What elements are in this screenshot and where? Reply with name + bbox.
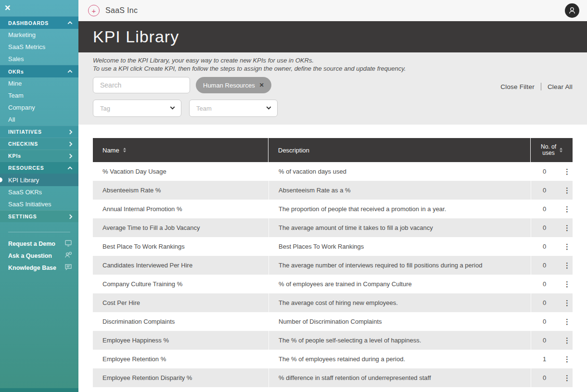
sidebar-item-company[interactable]: Company xyxy=(0,101,78,114)
sidebar-item-label: KPI Library xyxy=(8,177,39,184)
column-header-name[interactable]: Name xyxy=(93,138,268,162)
sidebar-item-label: SaaS Metrics xyxy=(8,43,45,51)
search-input[interactable] xyxy=(93,77,190,93)
sidebar-bottom-strip xyxy=(0,388,78,392)
user-avatar[interactable] xyxy=(565,3,579,18)
chevron-right-icon xyxy=(68,153,73,158)
topbar: + SaaS Inc xyxy=(78,0,587,21)
chevron-down-icon xyxy=(170,104,175,109)
sidebar-section-initiatives[interactable]: INITIATIVES xyxy=(0,126,78,138)
sidebar-item-label: Knowledge Base xyxy=(8,265,56,271)
kebab-menu-icon[interactable]: ⋮ xyxy=(563,318,571,325)
kebab-menu-icon[interactable]: ⋮ xyxy=(563,374,571,381)
kebab-menu-icon[interactable]: ⋮ xyxy=(563,205,571,213)
intro-line-2: To use a KPI click Create KPI, then foll… xyxy=(93,64,573,73)
sidebar-section-checkins[interactable]: CHECKINS xyxy=(0,138,78,150)
kpi-name: Candidates Interviewed Per Hire xyxy=(93,262,268,269)
sidebar-section-okrs[interactable]: OKRs xyxy=(0,65,78,77)
kebab-menu-icon[interactable]: ⋮ xyxy=(563,280,571,288)
filter-chip-human-resources[interactable]: Human Resources ✕ xyxy=(196,77,271,93)
sidebar-item-request-demo[interactable]: Request a Demo xyxy=(0,238,78,250)
sidebar-item-knowledge-base[interactable]: Knowledge Base xyxy=(0,262,78,274)
table-row[interactable]: Employee Happiness % The % of people sel… xyxy=(93,331,573,350)
kpi-description: Number of Discrimination Complaints xyxy=(268,312,531,331)
kpi-name: Employee Retention Disparity % xyxy=(93,374,268,381)
kpi-description: Absenteeism Rate as a % xyxy=(268,181,531,200)
sidebar-section-kpis[interactable]: KPIs xyxy=(0,150,78,162)
table-row[interactable]: Employee Retention % The % of employees … xyxy=(93,350,573,368)
kebab-menu-icon[interactable]: ⋮ xyxy=(563,187,571,194)
filter-panel: Welcome to the KPI Library, your easy wa… xyxy=(78,52,587,125)
sidebar-item-saas-metrics[interactable]: SaaS Metrics xyxy=(0,41,78,53)
sidebar-item-label: Ask a Question xyxy=(8,253,52,259)
column-header-description[interactable]: Description xyxy=(268,138,531,162)
kpi-name: Best Place To Work Rankings xyxy=(93,243,268,250)
dropdown-row: Tag Team xyxy=(93,100,573,117)
sort-icon[interactable] xyxy=(123,148,126,152)
kpi-uses: 0 xyxy=(531,187,558,194)
sidebar-item-ask-question[interactable]: Ask a Question xyxy=(0,250,78,262)
remove-chip-icon[interactable]: ✕ xyxy=(259,82,264,89)
table-row[interactable]: % Vacation Day Usage % of vacation days … xyxy=(93,162,573,181)
kebab-menu-icon[interactable]: ⋮ xyxy=(563,224,571,231)
sidebar-item-mine[interactable]: Mine xyxy=(0,77,78,89)
company-name: SaaS Inc xyxy=(105,6,138,15)
table-row[interactable]: Employee Retention Disparity % % differe… xyxy=(93,368,573,387)
sidebar-item-saas-okrs[interactable]: SaaS OKRs xyxy=(0,186,78,198)
sidebar-section-settings[interactable]: SETTINGS xyxy=(0,210,78,222)
uses-label-line2: uses xyxy=(542,150,554,156)
kebab-menu-icon[interactable]: ⋮ xyxy=(563,243,571,250)
sidebar-item-all[interactable]: All xyxy=(0,114,78,126)
kebab-menu-icon[interactable]: ⋮ xyxy=(563,262,571,269)
table-row[interactable]: Company Culture Training % % of employee… xyxy=(93,275,573,293)
chevron-down-icon xyxy=(267,104,271,109)
kpi-name: Annual Internal Promotion % xyxy=(93,205,268,213)
kpi-table: Name Description No. of uses % Vacation … xyxy=(93,138,573,387)
kebab-menu-icon[interactable]: ⋮ xyxy=(563,337,571,344)
clear-all-link[interactable]: Clear All xyxy=(548,83,573,90)
app-window: ✕ DASHBOARDS Marketing SaaS Metrics Sale… xyxy=(0,0,587,392)
ask-question-icon xyxy=(64,251,72,260)
sidebar-section-resources[interactable]: RESOURCES xyxy=(0,162,78,174)
table-row[interactable]: Average Time to Fill a Job Vacancy The a… xyxy=(93,218,573,237)
main-area: + SaaS Inc KPI Library Welcome to the KP… xyxy=(78,0,587,392)
kpi-uses: 0 xyxy=(531,318,558,325)
kebab-menu-icon[interactable]: ⋮ xyxy=(563,168,571,175)
sort-icon[interactable] xyxy=(560,148,562,152)
kebab-menu-icon[interactable]: ⋮ xyxy=(563,299,571,306)
tag-dropdown[interactable]: Tag xyxy=(93,100,181,117)
sidebar-item-kpi-library[interactable]: KPI Library xyxy=(0,174,78,186)
add-button[interactable]: + xyxy=(88,5,100,16)
sidebar-section-dashboards[interactable]: DASHBOARDS xyxy=(0,16,78,29)
team-dropdown[interactable]: Team xyxy=(189,100,278,117)
sidebar-item-sales[interactable]: Sales xyxy=(0,53,78,65)
close-filter-link[interactable]: Close Filter xyxy=(500,83,535,90)
kpi-uses: 0 xyxy=(531,337,558,344)
table-row[interactable]: Annual Internal Promotion % The proporti… xyxy=(93,200,573,218)
chevron-right-icon xyxy=(68,214,73,219)
user-icon xyxy=(567,5,577,16)
table-row[interactable]: Discrimination Complaints Number of Disc… xyxy=(93,312,573,331)
sidebar-item-team[interactable]: Team xyxy=(0,89,78,101)
chevron-up-icon xyxy=(68,21,73,26)
kebab-menu-icon[interactable]: ⋮ xyxy=(563,355,571,363)
chevron-right-icon xyxy=(68,141,73,146)
close-sidebar-icon[interactable]: ✕ xyxy=(4,4,11,12)
kpi-description: The % of people self-selecting a level o… xyxy=(268,331,531,350)
sidebar-item-label: Sales xyxy=(8,55,24,63)
sidebar-divider xyxy=(8,232,70,232)
kpi-name: Absenteeism Rate % xyxy=(93,187,268,194)
table-row[interactable]: Absenteeism Rate % Absenteeism Rate as a… xyxy=(93,181,573,200)
kpi-description: % of vacation days used xyxy=(268,162,531,181)
sidebar-item-saas-initiatives[interactable]: SaaS Initiatives xyxy=(0,198,78,210)
table-row[interactable]: Cost Per Hire The average cost of hiring… xyxy=(93,293,573,312)
column-header-uses[interactable]: No. of uses xyxy=(531,138,573,162)
kpi-uses: 0 xyxy=(531,168,558,175)
column-label: Description xyxy=(278,147,309,154)
table-row[interactable]: Candidates Interviewed Per Hire The aver… xyxy=(93,256,573,275)
tag-dropdown-placeholder: Tag xyxy=(100,105,110,112)
table-row[interactable]: Best Place To Work Rankings Best Places … xyxy=(93,237,573,256)
sidebar-item-marketing[interactable]: Marketing xyxy=(0,29,78,41)
page-title: KPI Library xyxy=(93,27,179,46)
sidebar-item-label: Marketing xyxy=(8,31,36,38)
